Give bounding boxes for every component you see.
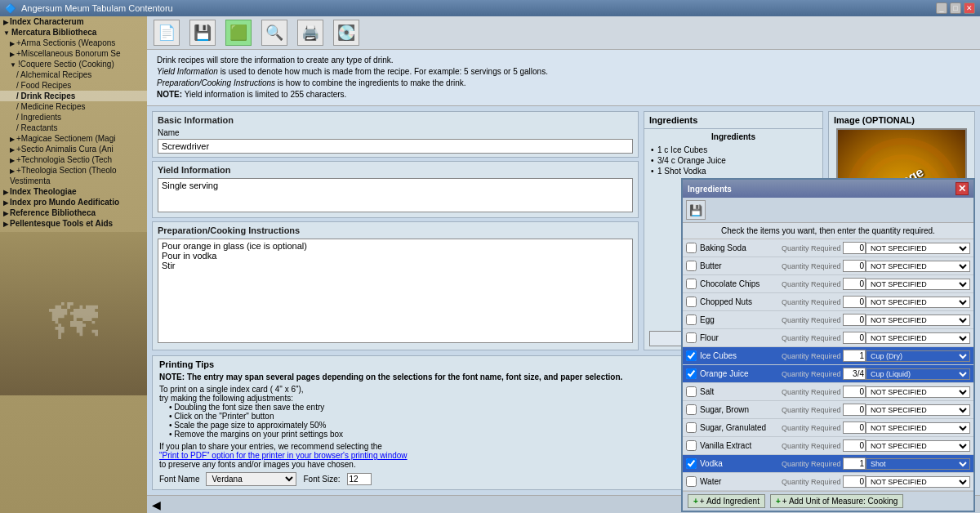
ice-cubes-qty[interactable] xyxy=(843,350,866,362)
chopped-nuts-check[interactable] xyxy=(686,297,697,307)
sugar-gran-qty[interactable] xyxy=(843,422,866,434)
oj-unit[interactable]: Cup (Liquid) xyxy=(866,368,970,380)
vodka-unit[interactable]: Shot xyxy=(866,458,970,470)
image-title: Image (OPTIONAL) xyxy=(834,115,969,125)
sugar-brown-check[interactable] xyxy=(686,404,697,415)
ingredients-list-title: Ingredients xyxy=(651,132,816,141)
font-name-select[interactable]: Verdana Arial Times New Roman xyxy=(206,472,296,486)
sidebar-item-tech[interactable]: ▶+Technologia Sectio (Tech xyxy=(0,154,147,165)
water-unit[interactable]: NOT SPECIFIED xyxy=(866,476,970,488)
baking-soda-unit[interactable]: NOT SPECIFIED xyxy=(866,243,970,254)
add-unit-btn[interactable]: + Add Unit of Measure: Cooking xyxy=(770,494,903,508)
popup-toolbar: 💾 xyxy=(683,198,973,223)
vodka-qty[interactable] xyxy=(843,457,866,470)
sidebar-item-coquere[interactable]: ▼!Coquere Sectio (Cooking) xyxy=(0,59,147,69)
prev-btn[interactable]: ◀ xyxy=(152,498,161,511)
close-btn[interactable]: ✕ xyxy=(964,2,975,14)
chopped-nuts-qty[interactable] xyxy=(843,296,866,308)
salt-qty[interactable] xyxy=(843,386,866,398)
ice-cubes-check[interactable] xyxy=(686,350,697,361)
oj-qty[interactable] xyxy=(843,368,866,380)
save-btn[interactable]: 💾 xyxy=(189,20,216,46)
sugar-brown-qty[interactable] xyxy=(843,404,866,416)
butter-qty[interactable] xyxy=(843,260,866,272)
ingredient-row: Chocolate Chips Quantity Required NOT SP… xyxy=(683,275,973,293)
flour-name: Flour xyxy=(700,333,782,342)
sidebar-item-index-theo[interactable]: ▶Index Theologiae xyxy=(0,186,147,197)
egg-unit[interactable]: NOT SPECIFIED xyxy=(866,314,970,326)
ice-cubes-unit[interactable]: Cup (Dry) xyxy=(866,350,970,362)
sidebar-item-vestimenta[interactable]: Vestimenta xyxy=(0,176,147,186)
ingredient-row: Sugar, Brown Quantity Required NOT SPECI… xyxy=(683,401,973,419)
vodka-check[interactable] xyxy=(686,458,697,469)
egg-check[interactable] xyxy=(686,314,697,325)
sidebar-item-misc[interactable]: ▶+Miscellaneous Bonorum Se xyxy=(0,48,147,59)
butter-unit[interactable]: NOT SPECIFIED xyxy=(866,261,970,272)
info-line1: Drink recipes will store the information… xyxy=(157,55,970,66)
sidebar-item-medicine[interactable]: / Medicine Recipes xyxy=(0,101,147,112)
sidebar-item-animalis[interactable]: ▶+Sectio Animalis Cura (Ani xyxy=(0,144,147,154)
expand-arrow: ▼ xyxy=(10,61,16,69)
minimize-btn[interactable]: _ xyxy=(936,2,947,14)
search-btn[interactable]: 🔍 xyxy=(261,20,287,46)
salt-check[interactable] xyxy=(686,386,697,397)
sidebar-item-reactants[interactable]: / Reactants xyxy=(0,123,147,133)
vanilla-check[interactable] xyxy=(686,440,697,451)
sidebar-item-food[interactable]: / Food Recipes xyxy=(0,80,147,91)
sugar-brown-unit[interactable]: NOT SPECIFIED xyxy=(866,404,970,416)
chopped-nuts-unit[interactable]: NOT SPECIFIED xyxy=(866,297,970,308)
prep-textarea[interactable]: Pour orange in glass (ice is optional) P… xyxy=(158,239,633,343)
font-size-input[interactable] xyxy=(347,473,372,485)
add-ingredient-btn[interactable]: + Add Ingredient xyxy=(688,494,765,508)
sidebar-item-alchemical[interactable]: / Alchemical Recipes xyxy=(0,69,147,80)
baking-soda-check[interactable] xyxy=(686,243,697,253)
maximize-btn[interactable]: □ xyxy=(950,2,961,14)
export-btn[interactable]: 💽 xyxy=(333,20,359,46)
sidebar-item-ingredients[interactable]: / Ingredients xyxy=(0,112,147,123)
name-input[interactable] xyxy=(158,139,633,154)
flour-unit[interactable]: NOT SPECIFIED xyxy=(866,332,970,344)
vanilla-qty[interactable] xyxy=(843,439,866,452)
popup-save-btn[interactable]: 💾 xyxy=(686,200,706,220)
sidebar-item-reference[interactable]: ▶Reference Bibliotheca xyxy=(0,207,147,218)
sidebar: ▶Index Characterum ▼Mercatura Bibliothec… xyxy=(0,16,147,513)
baking-soda-qty[interactable] xyxy=(843,242,866,254)
yield-section: Yield Information Single serving xyxy=(152,161,639,218)
flour-check[interactable] xyxy=(686,332,697,343)
choc-chips-unit[interactable]: NOT SPECIFIED xyxy=(866,279,970,290)
sidebar-item-theologia[interactable]: ▶+Theologia Section (Theolo xyxy=(0,165,147,176)
window-controls[interactable]: _ □ ✕ xyxy=(936,2,975,14)
sidebar-item-magicae[interactable]: ▶+Magicae Sectionem (Magi xyxy=(0,133,147,144)
sugar-gran-unit[interactable]: NOT SPECIFIED xyxy=(866,422,970,434)
sugar-gran-check[interactable] xyxy=(686,422,697,433)
sugar-brown-name: Sugar, Brown xyxy=(700,405,782,414)
sidebar-item-index-char[interactable]: ▶Index Characterum xyxy=(0,16,147,27)
new-btn[interactable]: 📄 xyxy=(154,20,180,46)
print-to-pdf-link[interactable]: "Print to PDF" option for the printer in… xyxy=(159,451,408,460)
egg-name: Egg xyxy=(700,315,782,324)
water-check[interactable] xyxy=(686,476,697,487)
sidebar-item-index-pro[interactable]: ▶Index pro Mundo Aedificatio xyxy=(0,197,147,207)
salt-unit[interactable]: NOT SPECIFIED xyxy=(866,386,970,398)
flour-qty[interactable] xyxy=(843,332,866,344)
sidebar-item-drink[interactable]: / Drink Recipes xyxy=(0,91,147,101)
choc-chips-qty[interactable] xyxy=(843,278,866,290)
print-btn[interactable]: 🖨️ xyxy=(297,20,323,46)
add-btn[interactable]: 🟩 xyxy=(225,20,252,46)
oj-check[interactable] xyxy=(686,368,697,379)
info-line2: Yield Information is used to denote how … xyxy=(157,66,970,78)
name-label: Name xyxy=(158,128,633,137)
popup-close-btn[interactable]: ✕ xyxy=(956,182,969,195)
expand-arrow: ▶ xyxy=(10,146,15,154)
butter-check[interactable] xyxy=(686,261,697,271)
vanilla-unit[interactable]: NOT SPECIFIED xyxy=(866,440,970,452)
water-qty[interactable] xyxy=(843,475,866,488)
sidebar-item-pellentesque[interactable]: ▶Pellentesque Tools et Aids xyxy=(0,218,147,229)
sidebar-item-mercatura[interactable]: ▼Mercatura Bibliotheca xyxy=(0,27,147,38)
egg-qty[interactable] xyxy=(843,314,866,326)
popup-title: Ingredients xyxy=(688,185,732,194)
expand-arrow: ▶ xyxy=(10,51,15,58)
choc-chips-check[interactable] xyxy=(686,279,697,289)
sidebar-item-arma[interactable]: ▶+Arma Sectionis (Weapons xyxy=(0,38,147,48)
yield-textarea[interactable]: Single serving xyxy=(158,178,633,212)
